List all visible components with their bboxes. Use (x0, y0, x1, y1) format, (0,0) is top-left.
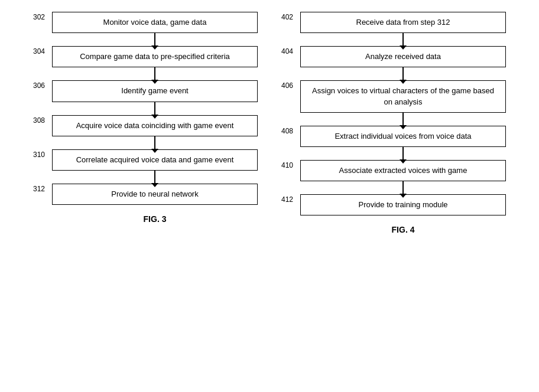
step-id-label: 310 (33, 149, 52, 159)
step-id-label: 404 (281, 46, 300, 55)
flow-arrow (402, 181, 404, 194)
flow-arrow (402, 147, 404, 160)
flow-arrow (154, 102, 155, 115)
step-id-label: 406 (281, 80, 300, 90)
fig4-diagram: 402Receive data from step 312404Analyze … (281, 12, 506, 234)
step-content: Correlate acquired voice data and game e… (52, 149, 258, 184)
step-content: Associate extracted voices with game (300, 160, 506, 194)
step-content: Acquire voice data coinciding with game … (52, 115, 258, 149)
step-id-label: 402 (281, 12, 300, 21)
flow-arrow (402, 33, 404, 46)
step-row: 312Provide to neural network (33, 184, 258, 205)
flow-arrow (154, 67, 155, 80)
step-content: Extract individual voices from voice dat… (300, 126, 506, 160)
step-row: 304Compare game data to pre-specified cr… (33, 46, 258, 80)
step-row: 310Correlate acquired voice data and gam… (33, 149, 258, 184)
step-id-label: 304 (33, 46, 52, 55)
step-row: 410Associate extracted voices with game (281, 160, 506, 194)
step-id-label: 410 (281, 160, 300, 169)
flow-arrow (402, 113, 404, 126)
step-box: Receive data from step 312 (300, 12, 506, 33)
step-id-label: 308 (33, 115, 52, 125)
step-row: 408Extract individual voices from voice … (281, 126, 506, 160)
step-row: 306Identify game event (33, 80, 258, 115)
step-row: 302Monitor voice data, game data (33, 12, 258, 46)
step-id-label: 312 (33, 184, 52, 193)
flow-arrow (154, 33, 155, 46)
fig-label: FIG. 3 (33, 214, 258, 224)
diagrams-container: 302Monitor voice data, game data304Compa… (12, 12, 527, 234)
step-content: Receive data from step 312 (300, 12, 506, 46)
step-row: 406Assign voices to virtual characters o… (281, 80, 506, 125)
step-id-label: 302 (33, 12, 52, 21)
step-content: Analyze received data (300, 46, 506, 80)
flow-arrow (402, 67, 404, 80)
step-box: Monitor voice data, game data (52, 12, 258, 33)
step-row: 308Acquire voice data coinciding with ga… (33, 115, 258, 149)
step-box: Assign voices to virtual characters of t… (300, 80, 506, 112)
step-content: Compare game data to pre-specified crite… (52, 46, 258, 80)
step-id-label: 408 (281, 126, 300, 135)
fig3-diagram: 302Monitor voice data, game data304Compa… (33, 12, 258, 224)
step-content: Identify game event (52, 80, 258, 115)
step-content: Monitor voice data, game data (52, 12, 258, 46)
step-id-label: 306 (33, 80, 52, 90)
step-id-label: 412 (281, 194, 300, 204)
step-row: 412Provide to training module (281, 194, 506, 215)
step-row: 402Receive data from step 312 (281, 12, 506, 46)
fig-label: FIG. 4 (281, 225, 506, 234)
flow-arrow (154, 136, 155, 149)
flow-arrow (154, 171, 155, 184)
step-content: Assign voices to virtual characters of t… (300, 80, 506, 125)
step-row: 404Analyze received data (281, 46, 506, 80)
